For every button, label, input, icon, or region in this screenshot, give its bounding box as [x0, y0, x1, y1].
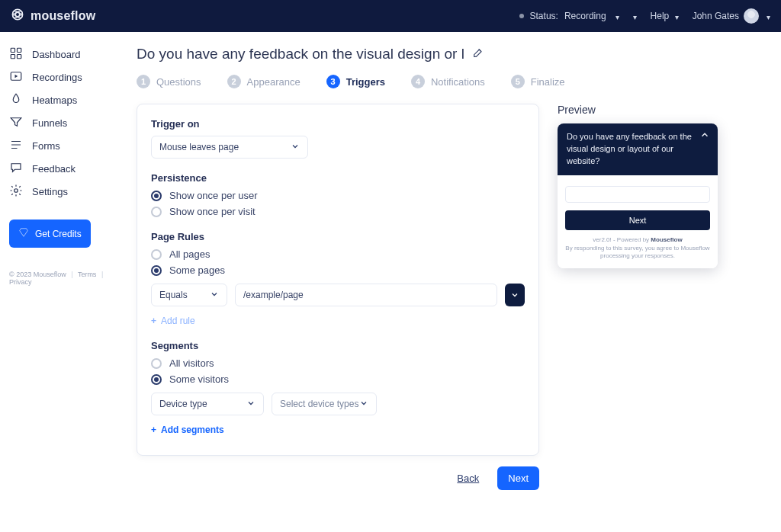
svg-rect-7: [18, 54, 21, 58]
expand-rule-button[interactable]: [505, 284, 525, 306]
radio-show-once-per-visit[interactable]: Show once per visit: [151, 206, 525, 217]
preview-card: Do you have any feedback on the visual d…: [558, 123, 718, 268]
help-menu[interactable]: Help ▾: [651, 11, 679, 21]
funnels-icon: [9, 115, 23, 131]
radio-show-once-per-user[interactable]: Show once per user: [151, 190, 525, 201]
brand[interactable]: mouseflow: [11, 8, 95, 24]
section-label: Persistence: [151, 172, 525, 184]
section-page-rules: Page Rules All pages Some pages Equals: [151, 231, 525, 326]
preview-body: Next ver2.0! - Powered by Mouseflow By r…: [558, 175, 718, 268]
privacy-link[interactable]: Privacy: [9, 278, 32, 286]
section-label: Page Rules: [151, 231, 525, 242]
step-notifications[interactable]: 4Notifications: [411, 75, 485, 88]
section-persistence: Persistence Show once per user Show once…: [151, 172, 525, 217]
edit-icon[interactable]: [472, 46, 484, 62]
step-finalize[interactable]: 5Finalize: [511, 75, 565, 88]
sidebar: Dashboard Recordings Heatmaps Funnels Fo…: [0, 32, 126, 532]
sidebar-item-feedback[interactable]: Feedback: [9, 157, 117, 180]
sidebar-item-settings[interactable]: Settings: [9, 180, 117, 203]
select-placeholder: Select device types: [280, 399, 358, 409]
select-value: Equals: [159, 290, 188, 300]
sidebar-footer: © 2023 Mouseflow | Terms | Privacy: [9, 271, 117, 286]
chevron-down-icon: ▾: [767, 13, 770, 21]
title-row: Do you have any feedback on the visual d…: [137, 46, 760, 62]
page-url-input[interactable]: /example/page: [235, 284, 497, 306]
topbar: mouseflow Status: Recording ▾ ▾ Help ▾ J…: [0, 0, 781, 32]
user-menu[interactable]: John Gates ▾: [693, 8, 770, 24]
forms-icon: [9, 138, 23, 154]
sidebar-item-heatmaps[interactable]: Heatmaps: [9, 88, 117, 111]
status-value: Recording: [564, 11, 606, 21]
plus-icon: +: [151, 425, 156, 435]
chevron-down-icon: ▾: [633, 13, 637, 21]
chevron-down-icon: [291, 142, 300, 153]
sidebar-item-recordings[interactable]: Recordings: [9, 66, 117, 88]
radio-some-pages[interactable]: Some pages: [151, 264, 525, 276]
sidebar-item-label: Heatmaps: [32, 95, 77, 106]
chevron-up-icon[interactable]: [699, 130, 710, 144]
step-questions[interactable]: 1Questions: [137, 75, 201, 88]
operator-select[interactable]: Equals: [151, 284, 227, 306]
section-label: Segments: [151, 340, 525, 351]
sidebar-item-label: Settings: [32, 186, 68, 197]
brand-name: mouseflow: [31, 9, 95, 23]
step-num: 3: [326, 75, 340, 88]
sidebar-item-dashboard[interactable]: Dashboard: [9, 43, 117, 66]
radio-all-visitors[interactable]: All visitors: [151, 357, 525, 369]
sidebar-item-funnels[interactable]: Funnels: [9, 111, 117, 134]
actions: Back Next: [137, 466, 539, 490]
chevron-down-icon: [359, 399, 368, 410]
sidebar-item-label: Feedback: [32, 163, 76, 175]
step-num: 1: [137, 75, 150, 88]
website-menu[interactable]: ▾: [633, 11, 637, 21]
radio-label: All pages: [169, 248, 210, 260]
segment-type-select[interactable]: Device type: [151, 393, 264, 415]
steps: 1Questions 2Appearance 3Triggers 4Notifi…: [137, 75, 760, 88]
preview-foot-brand: Mouseflow: [651, 236, 682, 243]
preview-text-input[interactable]: [565, 186, 710, 203]
terms-link[interactable]: Terms: [78, 271, 97, 278]
get-credits-button[interactable]: Get Credits: [9, 220, 91, 248]
preview-foot-line1a: ver2.0! - Powered by: [593, 236, 651, 243]
sidebar-item-label: Forms: [32, 140, 60, 152]
back-button[interactable]: Back: [452, 472, 484, 485]
dashboard-icon: [9, 46, 23, 62]
step-triggers[interactable]: 3Triggers: [326, 75, 385, 88]
step-num: 4: [411, 75, 425, 88]
preview-next-button[interactable]: Next: [565, 210, 710, 230]
add-segments-link[interactable]: + Add segments: [151, 425, 525, 435]
chevron-down-icon: ▾: [615, 13, 619, 21]
sidebar-item-forms[interactable]: Forms: [9, 134, 117, 157]
step-label: Questions: [156, 76, 201, 88]
svg-rect-6: [11, 54, 14, 58]
status-menu[interactable]: Status: Recording ▾: [519, 11, 619, 21]
status-dot-icon: [519, 14, 524, 18]
next-button[interactable]: Next: [497, 466, 539, 490]
svg-rect-5: [18, 48, 21, 52]
segment-row: Device type Select device types: [151, 393, 525, 415]
trigger-on-select[interactable]: Mouse leaves page: [151, 136, 308, 159]
radio-icon: [151, 265, 162, 276]
sidebar-item-label: Recordings: [32, 72, 82, 83]
radio-all-pages[interactable]: All pages: [151, 248, 525, 260]
settings-icon: [9, 184, 23, 200]
chevron-down-icon: [210, 290, 219, 301]
segment-value-select[interactable]: Select device types: [272, 393, 377, 415]
step-num: 5: [511, 75, 525, 88]
radio-some-visitors[interactable]: Some visitors: [151, 373, 525, 385]
feedback-icon: [9, 161, 23, 177]
topbar-right: Status: Recording ▾ ▾ Help ▾ John Gates …: [519, 8, 770, 24]
app-root: mouseflow Status: Recording ▾ ▾ Help ▾ J…: [0, 0, 781, 532]
status-label: Status:: [530, 11, 558, 21]
add-rule-link[interactable]: + Add rule: [151, 316, 525, 326]
select-value: Mouse leaves page: [159, 142, 239, 152]
radio-icon: [151, 374, 162, 385]
svg-rect-4: [11, 48, 14, 52]
heatmaps-icon: [9, 92, 23, 108]
step-appearance[interactable]: 2Appearance: [227, 75, 301, 88]
step-label: Triggers: [346, 76, 385, 88]
section-label: Trigger on: [151, 118, 525, 130]
help-label: Help: [651, 11, 670, 21]
preview-panel: Preview Do you have any feedback on the …: [558, 104, 718, 490]
plus-icon: +: [151, 316, 156, 326]
